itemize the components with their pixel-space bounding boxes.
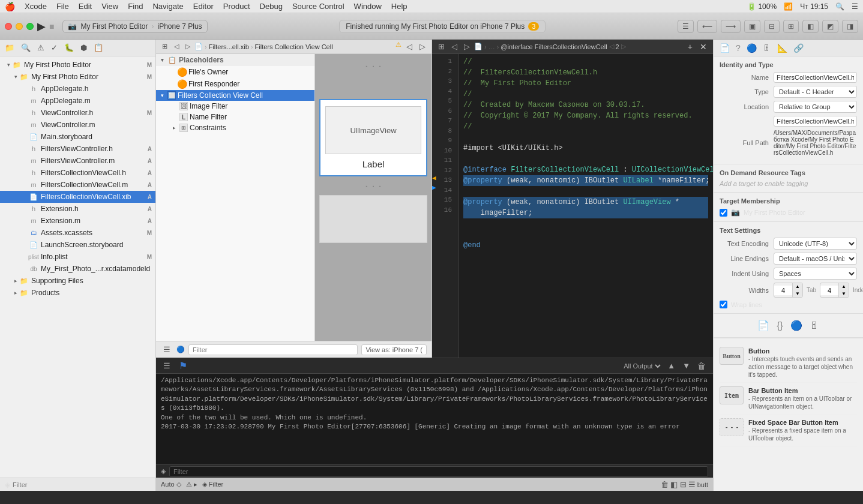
debug-filter-input[interactable] xyxy=(169,466,708,477)
layout-back-btn[interactable]: ⟵ xyxy=(697,20,717,33)
nav-item-filtersvc-m[interactable]: ▸ m FiltersViewController.m A xyxy=(0,155,155,167)
outline-item-filesowner[interactable]: ▸ 🟠 File's Owner xyxy=(156,66,314,78)
menu-xcode[interactable]: Xcode xyxy=(25,2,47,11)
menu-find[interactable]: Find xyxy=(128,2,143,11)
location-select[interactable]: Relative to Group xyxy=(774,101,857,113)
inspector-bottom-file-btn[interactable]: 📄 xyxy=(756,319,771,332)
inspector-tab-attributes[interactable]: 🎚 xyxy=(762,42,772,54)
nav-debug-btn[interactable]: 🐛 xyxy=(62,42,76,53)
search-icon[interactable]: 🔍 xyxy=(835,2,844,11)
nav-item-infoplist[interactable]: ▸ plist Info.plist M xyxy=(0,251,155,263)
layout-btn3[interactable]: ☰ xyxy=(688,480,696,489)
inspector-tab-connections[interactable]: 🔗 xyxy=(792,42,805,54)
code-nav-grid-btn[interactable]: ⊞ xyxy=(436,41,447,52)
minimize-button[interactable] xyxy=(16,23,23,30)
code-nav-back[interactable]: ◁ xyxy=(449,41,460,52)
output-selector[interactable]: All Output xyxy=(621,362,663,370)
nav-item-subgroup[interactable]: ▾ 📁 My First Photo Editor M xyxy=(0,71,155,83)
breadcrumb-nav-forward[interactable]: ▷ xyxy=(183,41,193,52)
code-breadcrumb-interface[interactable]: @interface FiltersCollectionViewCell xyxy=(501,43,607,50)
menu-editor[interactable]: Editor xyxy=(193,2,214,11)
nav-item-appdelegate-m[interactable]: ▸ m AppDelegate.m xyxy=(0,95,155,107)
ib-filter-input[interactable] xyxy=(188,344,358,355)
navigator-toggle-btn[interactable]: ◧ xyxy=(802,20,819,33)
nav-item-filterscell-xib[interactable]: ▸ 📄 FiltersCollectionViewCell.xib A xyxy=(0,191,155,203)
code-close-btn[interactable]: ✕ xyxy=(697,41,709,53)
editor-single-btn[interactable]: ▣ xyxy=(744,20,760,33)
menu-product[interactable]: Product xyxy=(223,2,250,11)
inspector-toggle-btn[interactable]: ◨ xyxy=(842,20,858,33)
breadcrumb-nav-back[interactable]: ◁ xyxy=(172,41,181,52)
debug-content[interactable]: /Applications/Xcode.app/Contents/Develop… xyxy=(156,374,713,464)
nav-folder-btn[interactable]: 📁 xyxy=(2,42,17,53)
indent-increment-btn[interactable]: ▲ xyxy=(838,283,849,290)
breadcrumb-back-btn[interactable]: ⊞ xyxy=(160,41,170,52)
scheme-selector[interactable]: 📷 My First Photo Editor › iPhone 7 Plus xyxy=(62,20,207,33)
nav-item-viewcontroller-m[interactable]: ▸ m ViewController.m xyxy=(0,119,155,131)
outline-item-namefilter[interactable]: ▸ L Name Filter xyxy=(156,112,314,122)
debug-expand-btn[interactable]: ☰ xyxy=(161,360,173,371)
menu-navigate[interactable]: Navigate xyxy=(152,2,183,11)
nav-item-appdelegate-h[interactable]: ▸ h AppDelegate.h xyxy=(0,83,155,95)
inspector-tab-size[interactable]: 📐 xyxy=(776,42,789,54)
nav-log-btn[interactable]: 📋 xyxy=(91,42,106,53)
ib-next-issue[interactable]: ▷ xyxy=(417,41,428,52)
nav-item-main-storyboard[interactable]: ▸ 📄 Main.storyboard xyxy=(0,131,155,143)
nav-item-filterscell-h[interactable]: ▸ h FiltersCollectionViewCell.h A xyxy=(0,167,155,179)
nav-warning-btn[interactable]: ⚠ xyxy=(35,42,47,53)
trash-btn[interactable]: 🗑 xyxy=(661,480,669,489)
inspector-bottom-attr-btn[interactable]: 🎚 xyxy=(808,319,820,332)
nav-item-assets[interactable]: ▸ 🗂 Assets.xcassets M xyxy=(0,227,155,239)
inspector-tab-file[interactable]: 📄 xyxy=(718,42,731,54)
layout-btn2[interactable]: ⊟ xyxy=(680,480,687,489)
ib-breadcrumb-file[interactable]: Filters...ell.xib xyxy=(209,43,249,50)
debug-toggle-btn[interactable]: ◩ xyxy=(822,20,838,33)
wrap-lines-checkbox[interactable] xyxy=(720,301,727,308)
ib-filter-settings-btn[interactable]: ☰ xyxy=(161,344,173,355)
debug-next-btn[interactable]: ▼ xyxy=(680,360,693,371)
nav-item-filterscell-m[interactable]: ▸ m FiltersCollectionViewCell.m A xyxy=(0,179,155,191)
nav-item-launchscreen[interactable]: ▸ 📄 LaunchScreen.storyboard xyxy=(0,239,155,251)
nav-breakpoint-btn[interactable]: ⬢ xyxy=(78,42,89,53)
ib-breadcrumb-view[interactable]: Filters Collection View Cell xyxy=(255,43,333,50)
nav-item-products[interactable]: ▸ 📁 Products xyxy=(0,287,155,299)
line-endings-select[interactable]: Default - macOS / Unix (LF) xyxy=(774,253,857,265)
code-nav-forward[interactable]: ▷ xyxy=(462,41,472,52)
indent-using-select[interactable]: Spaces xyxy=(774,268,857,280)
outline-item-imagefilter[interactable]: ▸ 🖼 Image Filter xyxy=(156,101,314,112)
outline-item-firstresponder[interactable]: ▸ 🟠 First Responder xyxy=(156,78,314,90)
nav-item-extension-h[interactable]: ▸ h Extension.h A xyxy=(0,203,155,215)
menu-window[interactable]: Window xyxy=(354,2,382,11)
notification-icon[interactable]: ☰ xyxy=(852,2,858,11)
inspector-tab-help[interactable]: ? xyxy=(735,42,742,54)
debug-clear-btn[interactable]: 🗑 xyxy=(695,360,708,372)
layout-btn1[interactable]: ◧ xyxy=(670,480,678,489)
type-select[interactable]: Default - C Header xyxy=(774,86,857,98)
layout-forward-btn[interactable]: ⟶ xyxy=(721,20,741,33)
stop-button[interactable]: ■ xyxy=(49,22,54,31)
indent-decrement-btn[interactable]: ▼ xyxy=(838,290,849,298)
code-add-editor-btn[interactable]: + xyxy=(685,41,695,53)
nav-search-btn[interactable]: 🔍 xyxy=(19,42,33,53)
fullscreen-button[interactable] xyxy=(26,23,34,30)
menu-edit[interactable]: Edit xyxy=(79,2,92,11)
menu-debug[interactable]: Debug xyxy=(260,2,283,11)
tab-increment-btn[interactable]: ▲ xyxy=(792,283,802,290)
menu-file[interactable]: File xyxy=(56,2,69,11)
nav-item-viewcontroller-h[interactable]: ▸ h ViewController.h M xyxy=(0,107,155,119)
outline-item-constraints[interactable]: ▸ ⊞ Constraints xyxy=(156,122,314,133)
editor-dual-btn[interactable]: ⊞ xyxy=(783,20,799,33)
tab-input[interactable] xyxy=(774,286,792,295)
debug-prev-btn[interactable]: ▲ xyxy=(665,360,678,371)
menu-help[interactable]: Help xyxy=(391,2,407,11)
debug-flag-btn[interactable]: ⚑ xyxy=(176,359,190,373)
inspector-bottom-code-btn[interactable]: {} xyxy=(775,319,784,332)
auto-selector[interactable]: Auto ◇ xyxy=(161,481,181,488)
indent-input[interactable] xyxy=(820,286,838,295)
menu-view[interactable]: View xyxy=(101,2,118,11)
editor-split-btn[interactable]: ⊟ xyxy=(764,20,780,33)
outline-item-placeholders[interactable]: ▾ 📋 Placeholders xyxy=(156,54,314,66)
nav-item-filtersvc-h[interactable]: ▸ h FiltersViewController.h A xyxy=(0,143,155,155)
inspector-bottom-id-btn[interactable]: 🔵 xyxy=(789,319,804,332)
tab-decrement-btn[interactable]: ▼ xyxy=(792,290,802,298)
